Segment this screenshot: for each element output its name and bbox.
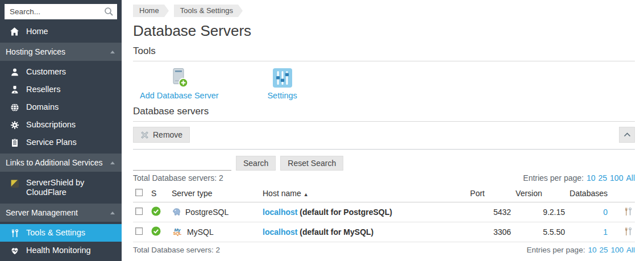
status-ok-icon xyxy=(151,206,161,216)
tools-section-heading: Tools xyxy=(133,45,635,61)
host-note: (default for PostgreSQL) xyxy=(300,208,392,217)
databases-count-link[interactable]: 0 xyxy=(603,208,608,217)
sidebar-item-label: Customers xyxy=(26,67,66,77)
column-header-databases: Databases xyxy=(567,185,610,202)
postgresql-icon xyxy=(172,208,181,217)
search-icon[interactable] xyxy=(104,7,114,16)
entries-option-25[interactable]: 25 xyxy=(599,173,608,183)
sidebar-search xyxy=(5,4,117,19)
entries-option-10[interactable]: 10 xyxy=(587,173,596,183)
row-checkbox[interactable] xyxy=(135,227,143,235)
gear-icon xyxy=(10,120,19,130)
entries-option-all[interactable]: All xyxy=(626,246,635,254)
settings-sliders-icon xyxy=(272,68,293,88)
entries-per-page-top: Entries per page: 10 25 100 All xyxy=(523,173,635,183)
select-all-checkbox[interactable] xyxy=(135,189,143,196)
databases-count-link[interactable]: 1 xyxy=(603,227,608,237)
status-ok-icon xyxy=(151,226,161,236)
toolbar-divider xyxy=(133,149,635,150)
sidebar-item-servershield[interactable]: ServerShield by CloudFlare xyxy=(0,174,122,201)
settings-button[interactable]: Settings xyxy=(248,68,317,100)
db-tools-icon[interactable] xyxy=(624,207,633,216)
sidebar-item-label: ServerShield by CloudFlare xyxy=(26,178,111,197)
breadcrumb-tools-settings[interactable]: Tools & Settings xyxy=(174,5,238,17)
sidebar-item-label: Tools & Settings xyxy=(26,228,85,238)
total-count-bottom: Total Database servers: 2 xyxy=(133,246,220,254)
db-tools-icon[interactable] xyxy=(624,227,633,236)
mysql-icon: My SQL xyxy=(172,229,183,236)
main-content: Home Tools & Settings Database Servers T… xyxy=(122,0,644,261)
sidebar-item-domains[interactable]: Domains xyxy=(0,98,122,116)
resellers-icon xyxy=(10,85,19,94)
tool-label: Add Database Server xyxy=(140,91,219,100)
sidebar-item-customers[interactable]: Customers xyxy=(0,63,122,81)
entries-option-10[interactable]: 10 xyxy=(588,246,596,254)
list-meta-top: Total Database servers: 2 Entries per pa… xyxy=(133,173,635,183)
column-header-port: Port xyxy=(468,185,513,202)
table-row-mysql: My SQL MySQL localhost (default for MySQ… xyxy=(133,222,635,242)
entries-option-100[interactable]: 100 xyxy=(610,246,624,254)
sidebar-item-label: Subscriptions xyxy=(26,120,76,130)
customers-icon xyxy=(10,67,19,77)
list-search-input[interactable] xyxy=(133,157,231,171)
entries-option-25[interactable]: 25 xyxy=(599,246,608,254)
breadcrumb-home[interactable]: Home xyxy=(133,5,164,17)
row-checkbox[interactable] xyxy=(135,208,143,215)
chevron-up-icon xyxy=(624,132,631,137)
search-button[interactable]: Search xyxy=(236,156,276,171)
column-header-version: Version xyxy=(513,185,567,202)
reset-search-button[interactable]: Reset Search xyxy=(280,156,343,171)
column-header-status: S xyxy=(149,185,169,202)
collapse-caret-icon xyxy=(110,51,115,53)
entries-option-all[interactable]: All xyxy=(626,173,635,183)
section-label: Server Management xyxy=(6,208,78,217)
collapse-caret-icon xyxy=(110,212,115,214)
sidebar-section-server-management[interactable]: Server Management xyxy=(0,204,122,222)
heart-pulse-icon xyxy=(10,246,19,255)
collapse-caret-icon xyxy=(110,161,115,164)
host-link[interactable]: localhost xyxy=(263,208,297,217)
host-note: (default for MySQL) xyxy=(300,227,373,237)
section-label: Hosting Services xyxy=(6,47,65,56)
list-toolbar: Remove xyxy=(133,127,635,143)
sidebar-item-label: Service Plans xyxy=(26,138,77,147)
sort-ascending-icon: ▲ xyxy=(304,192,309,197)
sidebar-item-health-monitoring[interactable]: Health Monitoring xyxy=(0,242,122,259)
sidebar-item-label: Domains xyxy=(26,102,59,112)
sidebar-section-hosting-services[interactable]: Hosting Services xyxy=(0,43,122,61)
version-value: 9.2.15 xyxy=(513,202,567,222)
remove-x-icon xyxy=(140,131,149,139)
tool-label: Settings xyxy=(267,91,297,100)
sidebar-item-resellers[interactable]: Resellers xyxy=(0,81,122,98)
entries-per-page-bottom: Entries per page: 10 25 100 All xyxy=(527,246,635,254)
clipboard-icon xyxy=(10,138,19,147)
sidebar-item-service-plans[interactable]: Service Plans xyxy=(0,134,122,151)
globe-icon xyxy=(10,102,19,112)
port-value: 5432 xyxy=(468,202,513,222)
section-label: Links to Additional Services xyxy=(6,158,102,167)
remove-button[interactable]: Remove xyxy=(133,127,190,143)
host-link[interactable]: localhost xyxy=(263,227,297,237)
add-database-server-button[interactable]: Add Database Server xyxy=(140,68,219,100)
add-database-server-icon xyxy=(169,68,189,88)
sidebar-item-label: Resellers xyxy=(26,85,60,94)
servers-section-heading: Database servers xyxy=(133,106,635,122)
sidebar-item-label: Health Monitoring xyxy=(26,246,91,255)
servershield-icon xyxy=(10,179,19,188)
sidebar-item-subscriptions[interactable]: Subscriptions xyxy=(0,116,122,134)
sidebar: Home Hosting Services Customers Reseller… xyxy=(0,0,122,261)
entries-label: Entries per page: xyxy=(523,173,584,183)
sidebar-section-links-additional[interactable]: Links to Additional Services xyxy=(0,154,122,172)
column-header-host-name[interactable]: Host name▲ xyxy=(260,185,468,202)
column-header-server-type: Server type xyxy=(169,185,260,202)
remove-label: Remove xyxy=(153,130,182,139)
plesk-app: Home Hosting Services Customers Reseller… xyxy=(0,0,644,261)
sidebar-item-tools-settings[interactable]: Tools & Settings xyxy=(0,224,122,242)
sidebar-search-input[interactable] xyxy=(5,4,117,19)
sidebar-item-home[interactable]: Home xyxy=(0,23,122,40)
home-icon xyxy=(10,27,19,36)
collapse-search-button[interactable] xyxy=(619,127,635,143)
entries-option-100[interactable]: 100 xyxy=(610,173,623,183)
tools-icon xyxy=(10,228,19,238)
tools-row: Add Database Server Settings xyxy=(133,61,635,105)
